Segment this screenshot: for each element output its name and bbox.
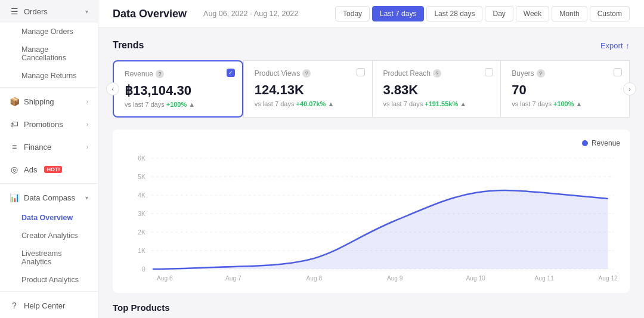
data-compass-icon: 📊	[10, 193, 19, 202]
sidebar: ☰ Orders ▾ Manage Orders Manage Cancella…	[0, 0, 98, 318]
arrow-up-icon-views: ▲	[327, 100, 334, 107]
finance-icon: ≡	[10, 142, 19, 152]
arrow-up-icon-buyers: ▲	[576, 100, 583, 107]
metric-card-product-reach[interactable]: Product Reach ? 3.83K vs last 7 days +19…	[373, 60, 501, 118]
y-label-2k: 2K	[138, 229, 145, 236]
btn-month[interactable]: Month	[552, 6, 587, 21]
top-products-title: Top Products	[113, 302, 630, 313]
sidebar-item-data-compass-label: Data Compass	[24, 193, 75, 202]
metric-label-product-reach: Product Reach ?	[383, 69, 490, 78]
info-icon-product-reach: ?	[433, 69, 441, 78]
y-label-4k: 4K	[138, 192, 145, 199]
metric-checkbox-product-views[interactable]	[357, 68, 365, 76]
metric-label-revenue: Revenue ?	[125, 70, 231, 78]
metric-card-buyers[interactable]: Buyers ? 70 vs last 7 days +100% ▲	[501, 60, 630, 118]
sidebar-item-promotions[interactable]: 🏷 Promotions ›	[0, 113, 98, 135]
metric-change-product-views: vs last 7 days +40.07k% ▲	[255, 100, 361, 107]
metric-change-product-reach: vs last 7 days +191.55k% ▲	[383, 100, 490, 107]
sidebar-item-ads-label: Ads	[24, 165, 37, 174]
promotions-icon: 🏷	[10, 119, 19, 129]
ads-icon: ◎	[10, 165, 19, 174]
orders-submenu: Manage Orders Manage Cancellations Manag…	[0, 23, 98, 85]
metric-card-revenue[interactable]: Revenue ? ✓ ฿13,104.30 vs last 7 days +1…	[113, 60, 243, 118]
legend-label-revenue: Revenue	[592, 139, 620, 147]
sidebar-item-manage-returns[interactable]: Manage Returns	[21, 67, 98, 85]
metric-label-buyers: Buyers ?	[512, 69, 618, 78]
btn-week[interactable]: Week	[516, 6, 549, 21]
metric-checkbox-buyers[interactable]	[614, 68, 622, 76]
metrics-prev-arrow[interactable]: ‹	[106, 82, 119, 95]
metric-value-product-reach: 3.83K	[383, 82, 490, 98]
sidebar-item-orders-label: Orders	[24, 7, 48, 16]
time-filter-buttons: Today Last 7 days Last 28 days Day Week …	[335, 6, 630, 21]
metric-value-revenue: ฿13,104.30	[125, 83, 231, 98]
y-label-6k: 6K	[138, 155, 145, 162]
metric-change-buyers: vs last 7 days +100% ▲	[512, 100, 618, 107]
arrow-up-icon-revenue: ▲	[188, 101, 195, 108]
chevron-right-icon-2: ›	[86, 121, 88, 128]
sidebar-item-creator-analytics[interactable]: Creator Analytics	[21, 227, 98, 245]
metric-card-product-views[interactable]: Product Views ? 124.13K vs last 7 days +…	[243, 60, 373, 118]
x-label-aug12: Aug 12	[599, 275, 618, 282]
chart-fill-revenue	[153, 190, 608, 269]
sidebar-item-help-center[interactable]: ? Help Center	[0, 294, 98, 317]
page-header: Data Overview Aug 06, 2022 - Aug 12, 202…	[98, 0, 644, 28]
help-icon: ?	[10, 301, 19, 310]
sidebar-item-orders[interactable]: ☰ Orders ▾	[0, 0, 98, 23]
sidebar-item-shipping[interactable]: 📦 Shipping ›	[0, 90, 98, 113]
main-content: Data Overview Aug 06, 2022 - Aug 12, 202…	[98, 0, 644, 318]
arrow-up-icon-reach: ▲	[460, 100, 466, 107]
x-label-aug11: Aug 11	[535, 275, 555, 282]
btn-last-7-days[interactable]: Last 7 days	[372, 6, 424, 21]
btn-last-28-days[interactable]: Last 28 days	[426, 6, 482, 21]
sidebar-item-finance-label: Finance	[24, 143, 51, 152]
chevron-right-icon-3: ›	[86, 144, 88, 150]
page-title: Data Overview	[113, 8, 187, 20]
sidebar-item-data-compass[interactable]: 📊 Data Compass ▾	[0, 186, 98, 209]
hot-badge: HOT!	[44, 166, 62, 173]
sidebar-item-manage-orders[interactable]: Manage Orders	[21, 23, 98, 41]
chart-container: Revenue 6K 5K 4K 3K 2K	[113, 129, 630, 293]
content-area: Trends Export ↑ ‹ Revenue ? ✓ ฿13,104.30…	[98, 28, 644, 318]
export-button[interactable]: Export ↑	[600, 41, 630, 50]
metric-change-positive-buyers: +100%	[553, 100, 574, 107]
sidebar-item-livestreams-analytics[interactable]: Livestreams Analytics	[21, 245, 98, 271]
chevron-right-icon: ›	[86, 98, 88, 105]
trends-title: Trends	[113, 40, 144, 51]
sidebar-item-ads[interactable]: ◎ Ads HOT!	[0, 158, 98, 181]
divider-2	[0, 183, 98, 184]
chart-area: 6K 5K 4K 3K 2K 1K 0 Aug 6 Aug 7 Aug 8 Au…	[122, 152, 620, 283]
metric-change-positive-views: +40.07k%	[296, 100, 326, 107]
metric-checkbox-revenue[interactable]: ✓	[227, 69, 235, 77]
metric-value-product-views: 124.13K	[255, 82, 361, 98]
metric-change-revenue: vs last 7 days +100% ▲	[125, 101, 231, 108]
metric-checkbox-product-reach[interactable]	[485, 68, 493, 76]
btn-custom[interactable]: Custom	[590, 6, 630, 21]
info-icon-buyers: ?	[537, 69, 545, 78]
sidebar-item-shipping-label: Shipping	[24, 97, 54, 106]
x-label-aug7: Aug 7	[225, 275, 242, 282]
metric-change-positive-reach: +191.55k%	[425, 100, 458, 107]
sidebar-item-data-overview[interactable]: Data Overview	[21, 209, 98, 227]
metrics-row: ‹ Revenue ? ✓ ฿13,104.30 vs last 7 days …	[113, 60, 630, 118]
x-label-aug8: Aug 8	[306, 275, 322, 282]
info-icon-revenue: ?	[156, 70, 164, 78]
y-label-3k: 3K	[138, 211, 145, 217]
metrics-next-arrow[interactable]: ›	[623, 82, 636, 95]
btn-day[interactable]: Day	[485, 6, 513, 21]
date-range: Aug 06, 2022 - Aug 12, 2022	[203, 10, 298, 18]
sidebar-item-product-analytics[interactable]: Product Analytics	[21, 271, 98, 289]
chevron-down-icon: ▾	[85, 8, 88, 15]
metric-label-product-views: Product Views ?	[255, 69, 361, 78]
btn-today[interactable]: Today	[335, 6, 370, 21]
sidebar-item-finance[interactable]: ≡ Finance ›	[0, 135, 98, 158]
y-label-5k: 5K	[138, 174, 145, 180]
metric-value-buyers: 70	[512, 82, 618, 98]
x-label-aug9: Aug 9	[387, 275, 403, 282]
export-label: Export	[600, 41, 623, 50]
y-label-0: 0	[142, 266, 145, 273]
shipping-icon: 📦	[10, 97, 19, 106]
sidebar-item-manage-cancellations[interactable]: Manage Cancellations	[21, 41, 98, 67]
trends-section-header: Trends Export ↑	[113, 40, 630, 51]
chart-svg: 6K 5K 4K 3K 2K 1K 0 Aug 6 Aug 7 Aug 8 Au…	[122, 152, 620, 283]
